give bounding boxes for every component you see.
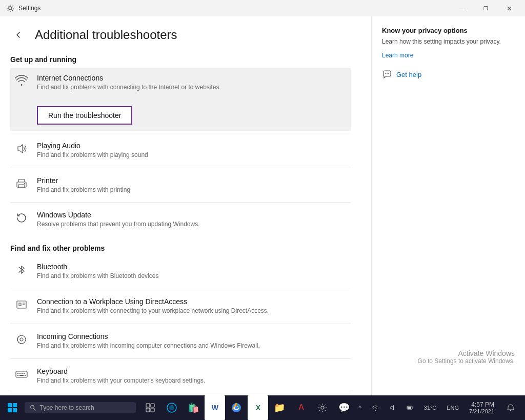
item-text-keyboard: Keyboard Find and fix problems with your…: [37, 367, 347, 385]
taskbar-clock[interactable]: 4:57 PM 7/21/2021: [465, 399, 498, 416]
troubleshooter-item-bluetooth[interactable]: Bluetooth Find and fix problems with Blu…: [10, 256, 351, 287]
minimize-button[interactable]: —: [450, 0, 474, 16]
update-icon: [14, 211, 29, 225]
item-text-bluetooth: Bluetooth Find and fix problems with Blu…: [37, 263, 347, 281]
printer-icon: [14, 176, 29, 191]
item-desc-printer: Find and fix problems with printing: [37, 186, 347, 194]
svg-rect-10: [16, 371, 27, 377]
svg-line-33: [34, 409, 35, 410]
get-help-text: Get help: [396, 71, 421, 78]
svg-rect-13: [22, 373, 23, 374]
taskbar-chrome[interactable]: [226, 395, 247, 420]
refresh-icon: [15, 211, 28, 225]
svg-rect-11: [17, 373, 18, 374]
svg-rect-17: [25, 375, 26, 376]
learn-more-link[interactable]: Learn more: [382, 52, 413, 59]
item-desc-internet: Find and fix problems with connecting to…: [37, 83, 347, 92]
taskbar-icons: 🛍️ W X 📁 A 💬: [140, 395, 354, 420]
item-text-printer: Printer Find and fix problems with print…: [37, 176, 347, 194]
bluetooth-svg-icon: [15, 263, 28, 276]
taskbar-excel[interactable]: X: [248, 395, 268, 420]
taskbar-word[interactable]: W: [205, 395, 225, 420]
close-button[interactable]: ✕: [497, 0, 521, 16]
privacy-desc: Learn how this setting impacts your priv…: [382, 37, 515, 46]
item-desc-keyboard: Find and fix problems with your computer…: [37, 376, 347, 385]
taskbar-system-tray[interactable]: ^: [354, 403, 365, 413]
get-help-icon: [382, 70, 392, 80]
keyboard-svg-icon: [15, 368, 28, 381]
temperature-text: 31°C: [424, 405, 437, 411]
privacy-title: Know your privacy options: [382, 27, 515, 34]
get-help-button[interactable]: Get help: [382, 70, 515, 80]
item-text-incoming: Incoming Connections Find and fix proble…: [37, 332, 347, 350]
taskbar-cortana[interactable]: [161, 395, 182, 420]
page-header: Additional troubleshooters: [10, 27, 351, 43]
incoming-svg-icon: [15, 333, 28, 346]
svg-rect-12: [19, 373, 21, 374]
chrome-icon: [231, 403, 241, 413]
taskbar-network-icon[interactable]: [368, 402, 383, 413]
troubleshooter-item-printer[interactable]: Printer Find and fix problems with print…: [10, 170, 351, 201]
start-button[interactable]: [0, 395, 25, 420]
task-view-button[interactable]: [140, 395, 160, 420]
main-container: Additional troubleshooters Get up and ru…: [0, 16, 525, 395]
taskbar-language[interactable]: ENG: [442, 403, 463, 413]
troubleshooter-item-incoming[interactable]: Incoming Connections Find and fix proble…: [10, 326, 351, 356]
item-desc-audio: Find and fix problems with playing sound: [37, 151, 347, 159]
keyboard-icon: [14, 367, 29, 382]
svg-point-42: [235, 406, 238, 409]
svg-point-3: [24, 183, 25, 184]
taskbar: Type here to search 🛍️ W: [0, 395, 525, 420]
item-text-internet: Internet Connections Find and fix proble…: [37, 74, 347, 92]
item-name-audio: Playing Audio: [37, 142, 347, 150]
taskbar-files[interactable]: 📁: [269, 395, 290, 420]
svg-point-27: [388, 73, 389, 74]
troubleshooter-item-playing-audio[interactable]: Playing Audio Find and fix problems with…: [10, 135, 351, 166]
taskbar-battery[interactable]: [402, 402, 418, 413]
item-name-incoming: Incoming Connections: [37, 332, 347, 341]
item-text-directaccess: Connection to a Workplace Using DirectAc…: [37, 297, 347, 315]
help-chat-icon: [382, 70, 392, 80]
search-bar[interactable]: Type here to search: [25, 402, 136, 413]
taskbar-right: ^ 31°C ENG: [354, 395, 525, 420]
svg-rect-36: [146, 408, 150, 412]
troubleshooter-item-directaccess[interactable]: Connection to a Workplace Using DirectAc…: [10, 291, 351, 322]
svg-rect-31: [13, 408, 17, 412]
svg-rect-14: [24, 373, 25, 374]
item-name-internet: Internet Connections: [37, 74, 347, 82]
troubleshooter-item-windows-update[interactable]: Windows Update Resolve problems that pre…: [10, 205, 351, 235]
taskbar-store[interactable]: 🛍️: [183, 395, 204, 420]
svg-rect-35: [151, 404, 154, 407]
notification-icon: [507, 404, 515, 412]
item-desc-update: Resolve problems that prevent you from u…: [37, 220, 347, 229]
taskbar-app1[interactable]: A: [291, 395, 311, 420]
troubleshooter-item-keyboard[interactable]: Keyboard Find and fix problems with your…: [10, 361, 351, 391]
svg-rect-34: [146, 404, 150, 407]
svg-point-26: [387, 73, 388, 74]
bluetooth-icon: [14, 263, 29, 277]
taskbar-volume[interactable]: [385, 402, 400, 413]
item-content-internet: Internet Connections Find and fix proble…: [14, 74, 347, 92]
page-title: Additional troubleshooters: [35, 28, 177, 42]
search-placeholder: Type here to search: [40, 404, 94, 411]
volume-icon: [389, 404, 396, 411]
windows-logo-icon: [8, 403, 17, 412]
speaker-icon: [15, 142, 28, 155]
svg-rect-16: [19, 375, 24, 376]
activate-windows-notice: Activate Windows Go to Settings to activ…: [418, 349, 515, 365]
activate-title: Activate Windows: [418, 349, 515, 357]
wifi-icon: [15, 74, 28, 88]
back-button[interactable]: [10, 27, 27, 43]
titlebar-controls: — ❐ ✕: [450, 0, 521, 16]
item-desc-incoming: Find and fix problems with incoming comp…: [37, 342, 347, 350]
run-troubleshooter-button[interactable]: Run the troubleshooter: [37, 106, 132, 125]
settings-icon: [6, 4, 14, 12]
restore-button[interactable]: ❐: [474, 0, 497, 16]
svg-rect-28: [8, 403, 12, 407]
item-name-bluetooth: Bluetooth: [37, 263, 347, 271]
notification-button[interactable]: [500, 395, 521, 420]
item-text-update: Windows Update Resolve problems that pre…: [37, 211, 347, 229]
taskbar-settings[interactable]: [312, 395, 333, 420]
taskbar-whatsapp[interactable]: 💬: [334, 395, 354, 420]
troubleshooter-item-internet-connections[interactable]: Internet Connections Find and fix proble…: [10, 68, 351, 131]
